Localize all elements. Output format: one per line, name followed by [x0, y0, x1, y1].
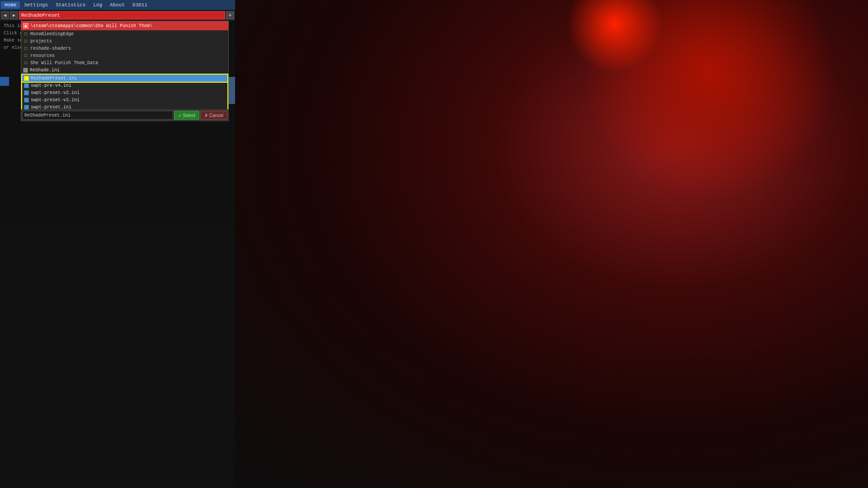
file-swpt-preset[interactable]: swpt-preset.ini — [22, 103, 227, 109]
path-bar: ■ \steam\steamapps\common\She Will Punis… — [21, 21, 228, 30]
folder-icon: □ — [23, 32, 28, 36]
file-input-bar: ✓ Select ✗ Cancel — [21, 109, 228, 121]
folder-icon: □ — [23, 46, 28, 51]
file-swpt-preset-v3[interactable]: swpt-preset-v3.ini — [22, 96, 227, 103]
prev-preset-button[interactable]: ◀ — [1, 11, 9, 19]
file-name-input[interactable] — [22, 111, 173, 120]
game-background — [235, 0, 868, 488]
selected-file-group: ReShadePreset.ini swpt-pre-v4.ini swpt-p… — [21, 74, 228, 109]
folder-icon: □ — [23, 53, 28, 58]
folder-monobleedingedge[interactable]: □ MonoBleedingEdge — [21, 30, 228, 38]
cancel-button[interactable]: ✗ Cancel — [200, 111, 227, 120]
next-preset-button[interactable]: ▶ — [10, 11, 18, 19]
side-panel-left — [0, 77, 9, 86]
side-panel-right — [229, 77, 235, 104]
file-swpt-preset-v2[interactable]: swpt-preset-v2.ini — [22, 89, 227, 96]
select-button[interactable]: ✓ Select — [174, 111, 200, 120]
preset-bar: ◀ ▶ + — [0, 10, 235, 21]
file-icon-blue — [24, 90, 29, 95]
folder-game-data[interactable]: □ She Will Punish Them_Data — [21, 59, 228, 66]
reshade-ui: Home Settings Statistics Log About D3D11… — [0, 0, 235, 53]
folder-reshade-shaders[interactable]: □ reshade-shaders — [21, 45, 228, 52]
file-icon-blue — [24, 105, 29, 110]
menu-item-log[interactable]: Log — [90, 1, 106, 9]
background-glow — [235, 0, 868, 488]
file-icon-yellow — [24, 76, 29, 81]
file-icon-blue — [24, 83, 29, 88]
file-list[interactable]: □ MonoBleedingEdge □ projects □ reshade-… — [21, 30, 228, 109]
menu-item-settings[interactable]: Settings — [20, 1, 52, 9]
file-icon-gray — [23, 68, 28, 73]
folder-projects[interactable]: □ projects — [21, 38, 228, 45]
file-browser-dialog: ■ \steam\steamapps\common\She Will Punis… — [21, 21, 229, 121]
menu-item-d3d11[interactable]: D3D11 — [129, 1, 151, 9]
menu-item-home[interactable]: Home — [1, 1, 20, 9]
path-icon: ■ — [23, 23, 28, 28]
menu-item-statistics[interactable]: Statistics — [52, 1, 89, 9]
menu-bar: Home Settings Statistics Log About D3D11 — [0, 0, 235, 10]
folder-icon: □ — [23, 39, 28, 43]
add-preset-button[interactable]: + — [226, 11, 234, 19]
current-path: \steam\steamapps\common\She Will Punish … — [30, 23, 152, 28]
file-icon-blue — [24, 98, 29, 103]
file-swpt-pre-v4[interactable]: swpt-pre-v4.ini — [22, 82, 227, 89]
preset-name-input[interactable] — [19, 11, 225, 19]
folder-resources[interactable]: □ resources — [21, 52, 228, 59]
folder-icon: □ — [23, 61, 28, 65]
file-reshade-ini[interactable]: ReShade.ini — [21, 66, 228, 74]
menu-item-about[interactable]: About — [106, 1, 128, 9]
file-reshadepresent-ini[interactable]: ReShadePreset.ini — [22, 75, 227, 82]
